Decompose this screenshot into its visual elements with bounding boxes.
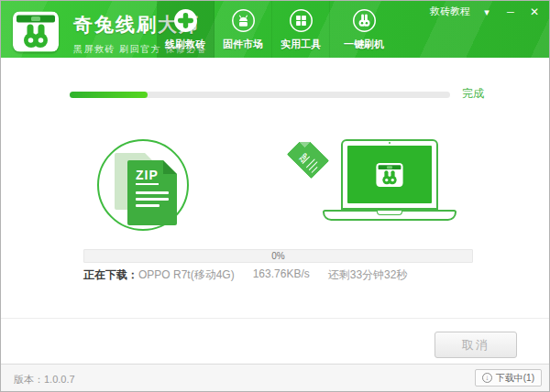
- file-fold-corner: [299, 136, 311, 148]
- cancel-button[interactable]: 取消: [434, 332, 517, 358]
- nav-label: 一键刷机: [344, 38, 384, 51]
- zip-text-line: [136, 204, 160, 207]
- nav-item-tools[interactable]: 实用工具: [272, 1, 330, 58]
- nav-label: 线刷救砖: [165, 38, 205, 51]
- file-progress-track: 0%: [83, 249, 473, 263]
- download-manager-label: 下载中(1): [496, 372, 534, 385]
- download-time-remaining: 还剩33分钟32秒: [328, 267, 408, 283]
- laptop-camera-dot: [389, 142, 390, 144]
- zip-file-front-icon: ZIP: [127, 160, 177, 225]
- download-arrow-icon: ↓: [482, 373, 492, 383]
- laptop-base-notch: [377, 211, 402, 215]
- tools-grid-icon: [289, 8, 314, 33]
- download-info-row: 正在下载： OPPO R7t(移动4G) 163.76KB/s 还剩33分钟32…: [83, 267, 407, 283]
- file-progress-percent: 0%: [84, 250, 472, 262]
- laptop-icon: [341, 139, 438, 210]
- app-logo-rabbit-icon: [13, 11, 59, 52]
- laptop-base: [323, 210, 456, 221]
- nav-label: 固件市场: [223, 38, 263, 51]
- download-speed: 163.76KB/s: [253, 267, 310, 283]
- rabbit-icon: [352, 8, 377, 33]
- flash-rescue-cross-icon: [173, 8, 198, 33]
- minimize-icon[interactable]: ─: [503, 5, 518, 18]
- file-fold-corner: [163, 160, 177, 174]
- download-status-label: 正在下载：: [83, 267, 138, 283]
- app-window: 奇兔线刷大师 黑屏救砖 刷回官方 保修必备 线刷救砖: [0, 0, 550, 392]
- nav-item-one-key-flash[interactable]: 一键刷机: [330, 1, 398, 58]
- footer-bar: 版本：1.0.0.7 ↓ 下载中(1): [1, 364, 549, 391]
- zip-text-line: [136, 191, 169, 194]
- zip-text-line: [136, 198, 169, 201]
- laptop-screen-fill: [347, 146, 432, 203]
- overall-progress-label: 完成: [462, 86, 484, 102]
- download-manager-button[interactable]: ↓ 下载中(1): [475, 369, 542, 387]
- mini-zip-label: ZIP: [298, 152, 310, 164]
- nav-item-firmware-market[interactable]: 固件市场: [214, 1, 272, 58]
- overall-progress-fill: [70, 92, 148, 98]
- window-controls: 救砖教程 ▾ ─ ✕: [430, 5, 542, 18]
- dropdown-menu-icon[interactable]: ▾: [479, 5, 494, 18]
- download-target: OPPO R7t(移动4G): [138, 267, 235, 283]
- overall-progress-track: [70, 92, 450, 98]
- main-nav: 线刷救砖 固件市场: [157, 1, 398, 58]
- version-label: 版本：1.0.0.7: [14, 373, 75, 387]
- nav-item-flash-rescue[interactable]: 线刷救砖: [157, 1, 214, 58]
- mini-zip-transfer-icon: ZIP: [287, 136, 330, 180]
- nav-label: 实用工具: [280, 38, 321, 51]
- zip-label: ZIP: [136, 168, 159, 185]
- rescue-tutorial-link[interactable]: 救砖教程: [430, 5, 470, 18]
- header-bar: 奇兔线刷大师 黑屏救砖 刷回官方 保修必备 线刷救砖: [1, 1, 549, 58]
- close-icon[interactable]: ✕: [527, 5, 542, 18]
- screen-rabbit-logo-icon: [376, 163, 403, 187]
- section-divider: [1, 318, 549, 319]
- android-robot-icon: [231, 8, 256, 33]
- rom-package-circle-icon: ZIP: [97, 139, 189, 231]
